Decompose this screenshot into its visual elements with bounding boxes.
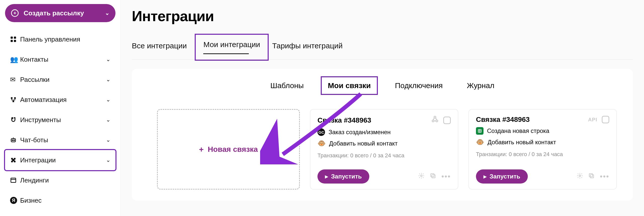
sidebar-item-tools[interactable]: Инструменты ⌄ — [5, 110, 115, 130]
top-tab-label: Мои интеграции — [203, 40, 260, 49]
bundle-action-line: 🐵 Добавить новый контакт — [317, 139, 451, 147]
chevron-down-icon: ⌄ — [106, 117, 110, 123]
sidebar-item-campaigns[interactable]: ✉ Рассылки ⌄ — [5, 69, 115, 90]
sub-tabs: Шаблоны Мои связки Подключения Журнал — [142, 77, 623, 94]
new-bundle-card[interactable]: + Новая связка — [157, 109, 300, 190]
sub-tab-connections[interactable]: Подключения — [389, 77, 449, 94]
more-menu-icon[interactable]: ••• — [600, 172, 609, 181]
mail-icon: ✉ — [10, 76, 20, 84]
new-bundle-label: Новая связка — [208, 145, 258, 154]
more-menu-icon[interactable]: ••• — [441, 172, 451, 181]
svg-rect-2 — [11, 40, 13, 42]
bundle-trigger-text: Создана новая строка — [487, 127, 549, 134]
sidebar-item-business[interactable]: Я Бизнес — [5, 190, 115, 210]
webhook-icon — [431, 116, 439, 125]
run-bundle-button[interactable]: ▶ Запустить — [317, 169, 369, 184]
dashboard-icon — [10, 36, 20, 43]
run-label: Запустить — [331, 173, 362, 180]
svg-rect-15 — [432, 174, 435, 178]
bundle-card: Связка #348963 GC Заказ создан/изменен 🐵… — [310, 109, 458, 190]
bundle-card-header: Связка #348963 API — [476, 116, 609, 124]
yandex-icon: Я — [10, 197, 20, 204]
bundle-action-text: Добавить новый контакт — [488, 139, 556, 146]
create-campaign-button[interactable]: + Создать рассылку ⌄ — [5, 4, 115, 22]
page-title: Интеграции — [132, 8, 633, 24]
top-tab-my-integrations[interactable]: Мои интеграции — [196, 35, 268, 60]
svg-rect-16 — [431, 173, 434, 177]
sidebar-item-automation[interactable]: Автоматизация ⌄ — [5, 90, 115, 110]
chevron-down-icon: ⌄ — [106, 76, 110, 83]
svg-rect-1 — [14, 37, 16, 39]
svg-point-14 — [421, 175, 422, 176]
main-content: Интеграции Все интеграции Мои интеграции… — [121, 0, 644, 216]
bundle-trigger-line: GC Заказ создан/изменен — [317, 128, 451, 136]
chevron-down-icon: ⌄ — [106, 137, 110, 143]
svg-rect-10 — [11, 178, 16, 182]
gear-icon[interactable] — [418, 172, 425, 181]
top-tab-all-integrations[interactable]: Все интеграции — [132, 38, 193, 56]
sub-tab-journal[interactable]: Журнал — [461, 77, 500, 94]
svg-rect-19 — [590, 174, 594, 178]
gear-icon[interactable] — [577, 172, 583, 181]
automation-icon — [10, 96, 20, 103]
sidebar-item-label: Лендинги — [20, 176, 49, 184]
top-tab-tariffs[interactable]: Тарифы интеграций — [272, 38, 349, 56]
plus-icon: + — [199, 145, 204, 154]
bundle-card-footer: ▶ Запустить ••• — [317, 166, 451, 184]
chevron-down-icon: ⌄ — [106, 157, 110, 163]
bundle-action-text: Добавить новый контакт — [329, 140, 398, 147]
sidebar-item-integrations[interactable]: Интеграции ⌄ — [5, 150, 115, 170]
play-icon: ▶ — [484, 174, 487, 179]
copy-icon[interactable] — [430, 172, 436, 181]
sub-tab-templates[interactable]: Шаблоны — [264, 77, 310, 94]
svg-rect-5 — [14, 97, 16, 99]
sidebar-item-label: Рассылки — [20, 76, 50, 84]
bundle-stats: Транзакции: 0 всего / 0 за 24 часа — [476, 151, 609, 158]
run-label: Запустить — [490, 173, 520, 180]
monkey-icon: 🐵 — [317, 139, 326, 147]
landings-icon — [10, 177, 20, 184]
svg-rect-4 — [11, 97, 13, 99]
sidebar: + Создать рассылку ⌄ Панель управления 👥… — [0, 0, 121, 216]
svg-point-18 — [579, 175, 581, 176]
sidebar-item-dashboard[interactable]: Панель управления — [5, 29, 115, 49]
sheets-icon — [476, 127, 484, 135]
active-tab-underline — [203, 53, 249, 54]
run-bundle-button[interactable]: ▶ Запустить — [476, 169, 528, 184]
svg-rect-20 — [589, 173, 593, 177]
bundle-title: Связка #348963 — [476, 116, 530, 124]
puzzle-icon — [10, 157, 20, 163]
sidebar-item-label: Инструменты — [20, 116, 61, 124]
sub-tab-my-bundles[interactable]: Мои связки — [322, 77, 377, 94]
plus-circle-icon: + — [11, 9, 19, 17]
top-tabs: Все интеграции Мои интеграции Тарифы инт… — [132, 34, 633, 60]
bundle-card-header: Связка #348963 — [317, 116, 451, 125]
svg-rect-3 — [14, 40, 16, 42]
create-campaign-label: Создать рассылку — [24, 9, 84, 17]
sidebar-item-landings[interactable]: Лендинги — [5, 170, 115, 190]
svg-rect-0 — [11, 37, 13, 39]
sidebar-item-label: Контакты — [20, 56, 48, 63]
bundle-cards-row: + Новая связка Связка #348963 GC Заказ с… — [142, 109, 623, 190]
bundle-card-footer: ▶ Запустить ••• — [476, 166, 609, 184]
chevron-down-icon: ⌄ — [106, 56, 110, 63]
bundle-card: Связка #348963 API Создана новая строка … — [468, 109, 617, 190]
copy-icon[interactable] — [588, 172, 595, 181]
contacts-icon: 👥 — [10, 56, 20, 63]
sidebar-item-chatbots[interactable]: Чат-боты ⌄ — [5, 130, 115, 150]
magnet-icon — [10, 117, 20, 123]
monkey-icon: 🐵 — [476, 138, 484, 146]
bundle-select-checkbox[interactable] — [602, 116, 609, 123]
bundle-trigger-line: Создана новая строка — [476, 127, 609, 135]
chevron-down-icon: ⌄ — [105, 10, 109, 16]
chatbot-icon — [10, 137, 20, 143]
bundle-select-checkbox[interactable] — [443, 117, 451, 124]
chevron-down-icon: ⌄ — [106, 96, 110, 103]
sidebar-item-label: Панель управления — [20, 35, 80, 43]
sidebar-item-label: Чат-боты — [20, 136, 48, 144]
play-icon: ▶ — [325, 174, 328, 179]
api-badge: API — [588, 117, 597, 123]
sidebar-item-contacts[interactable]: 👥 Контакты ⌄ — [5, 49, 115, 69]
sidebar-item-label: Автоматизация — [20, 96, 67, 104]
svg-point-8 — [12, 140, 13, 140]
